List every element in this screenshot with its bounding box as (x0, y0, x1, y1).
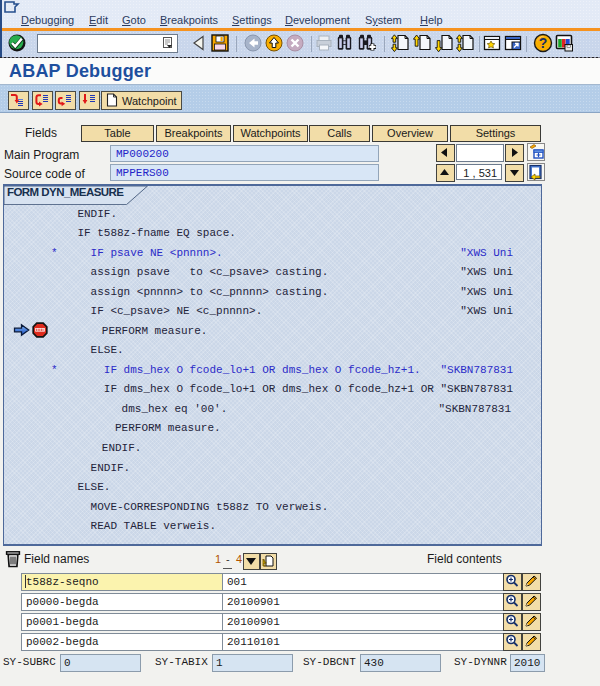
svg-text:?: ? (539, 35, 548, 51)
